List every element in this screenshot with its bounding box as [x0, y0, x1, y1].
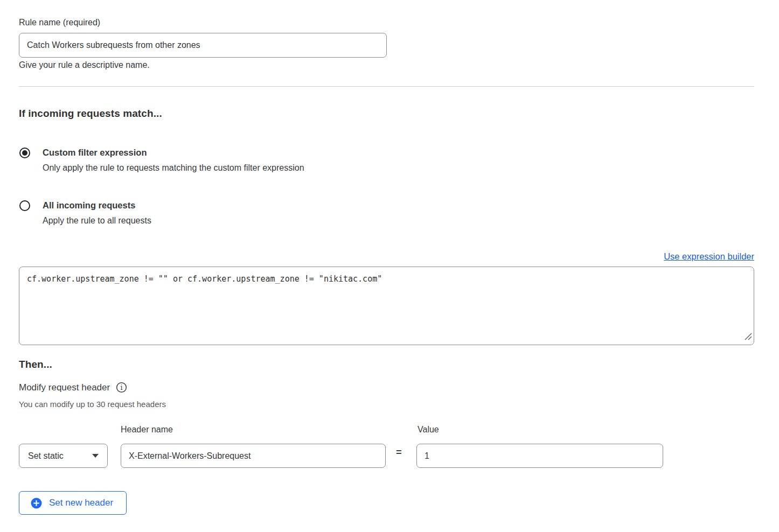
- value-column-label: Value: [418, 425, 439, 435]
- modify-header-limit-help: You can modify up to 30 request headers: [19, 400, 166, 409]
- radio-custom-filter-label: Custom filter expression: [43, 147, 304, 158]
- radio-button-all-requests-icon[interactable]: [19, 200, 30, 211]
- plus-icon: [31, 498, 42, 509]
- rule-editor-form: Rule name (required) Give your rule a de…: [0, 0, 779, 532]
- use-expression-builder-link[interactable]: Use expression builder: [664, 251, 754, 262]
- header-value-input[interactable]: [416, 444, 663, 468]
- section-divider: [19, 86, 754, 87]
- rule-name-label: Rule name (required): [19, 18, 100, 27]
- equals-sign: =: [396, 447, 402, 458]
- filter-expression-editor[interactable]: cf.worker.upstream_zone != "" or cf.work…: [19, 267, 754, 345]
- header-operation-selected-value: Set static: [28, 451, 64, 461]
- match-section-heading: If incoming requests match...: [19, 108, 162, 120]
- radio-option-custom-filter[interactable]: Custom filter expression Only apply the …: [19, 147, 304, 173]
- rule-name-input[interactable]: [19, 33, 387, 58]
- radio-all-requests-label: All incoming requests: [43, 200, 151, 211]
- radio-all-requests-description: Apply the rule to all requests: [43, 215, 151, 226]
- set-new-header-button-label: Set new header: [49, 498, 113, 508]
- chevron-down-icon: [92, 454, 99, 458]
- set-new-header-button[interactable]: Set new header: [19, 491, 127, 515]
- header-name-column-label: Header name: [121, 425, 173, 435]
- header-operation-select[interactable]: Set static: [19, 444, 108, 468]
- modify-request-header-row: Modify request header i: [19, 382, 127, 393]
- info-icon[interactable]: i: [116, 382, 127, 393]
- radio-option-all-requests[interactable]: All incoming requests Apply the rule to …: [19, 200, 151, 226]
- rule-name-help: Give your rule a descriptive name.: [19, 60, 150, 70]
- svg-text:i: i: [121, 383, 123, 391]
- action-type-label: Modify request header: [19, 382, 110, 393]
- radio-button-custom-filter-icon[interactable]: [19, 148, 30, 158]
- then-section-heading: Then...: [19, 359, 52, 370]
- header-name-input[interactable]: [121, 444, 386, 468]
- textarea-resize-handle[interactable]: [743, 332, 753, 341]
- radio-custom-filter-description: Only apply the rule to requests matching…: [43, 163, 304, 173]
